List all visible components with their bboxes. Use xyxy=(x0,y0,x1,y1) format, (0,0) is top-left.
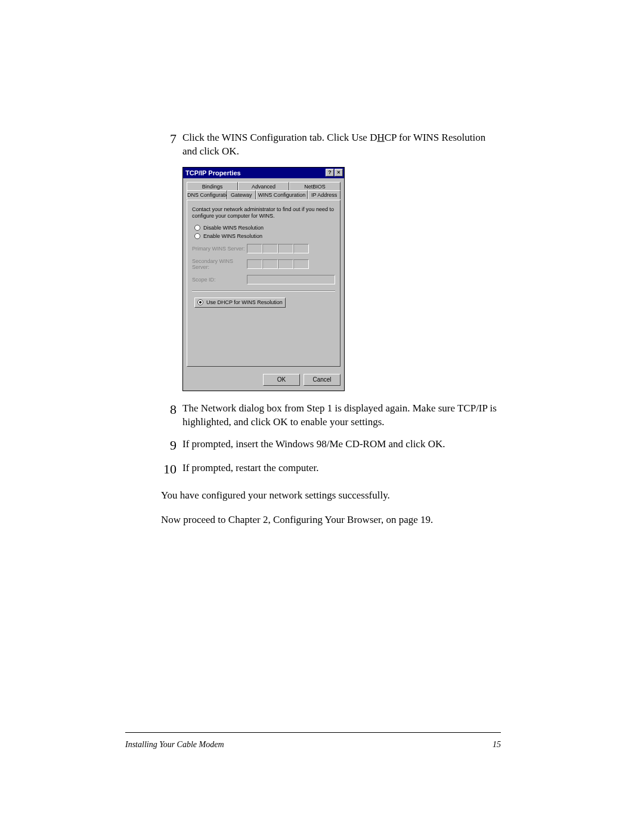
step-number: 10 xyxy=(161,462,182,477)
step-text: The Network dialog box from Step 1 is di… xyxy=(182,402,501,429)
radio-icon xyxy=(194,233,200,239)
step7-part-a: Click the WINS Configuration tab. Click … xyxy=(182,132,377,143)
secondary-wins-row: Secondary WINS Server: xyxy=(192,258,335,270)
radio-disable-wins[interactable]: Disable WINS Resolution xyxy=(194,225,335,231)
scope-id-label: Scope ID: xyxy=(192,277,247,283)
secondary-wins-label: Secondary WINS Server: xyxy=(192,258,247,270)
separator xyxy=(192,290,335,292)
tab-bindings[interactable]: Bindings xyxy=(187,182,238,191)
panel-message: Contact your network administrator to fi… xyxy=(192,206,335,219)
help-button[interactable]: ? xyxy=(326,169,334,176)
tab-netbios[interactable]: NetBIOS xyxy=(289,182,340,191)
primary-wins-input[interactable] xyxy=(247,244,309,253)
footer-section-title: Installing Your Cable Modem xyxy=(125,740,224,750)
tab-advanced[interactable]: Advanced xyxy=(238,182,289,191)
step-text: Click the WINS Configuration tab. Click … xyxy=(182,131,501,159)
radio-label: Enable WINS Resolution xyxy=(203,233,262,239)
scope-id-row: Scope ID: xyxy=(192,275,335,284)
cancel-button[interactable]: Cancel xyxy=(304,374,340,386)
tab-ip-address[interactable]: IP Address xyxy=(308,190,340,199)
step-8: 8 The Network dialog box from Step 1 is … xyxy=(161,402,501,429)
tab-gateway[interactable]: Gateway xyxy=(227,190,256,199)
dialog-button-row: OK Cancel xyxy=(183,370,344,391)
dialog-titlebar: TCP/IP Properties ? × xyxy=(183,168,344,178)
ok-button[interactable]: OK xyxy=(263,374,300,386)
step-9: 9 If prompted, insert the Windows 98/Me … xyxy=(161,438,501,453)
dialog-title: TCP/IP Properties xyxy=(185,169,325,176)
closing-paragraph-1: You have configured your network setting… xyxy=(161,488,501,503)
step-7: 7 Click the WINS Configuration tab. Clic… xyxy=(161,131,501,159)
tab-wins-configuration[interactable]: WINS Configuration xyxy=(256,190,308,199)
step-text: If prompted, restart the computer. xyxy=(182,462,501,475)
radio-icon xyxy=(194,225,200,231)
step-10: 10 If prompted, restart the computer. xyxy=(161,462,501,477)
step-number: 7 xyxy=(161,131,182,147)
closing-paragraph-2: Now proceed to Chapter 2, Configuring Yo… xyxy=(161,513,501,527)
footer-page-number: 15 xyxy=(493,740,501,750)
primary-wins-label: Primary WINS Server: xyxy=(192,246,247,252)
radio-label: Use DHCP for WINS Resolution xyxy=(206,299,283,305)
tab-dns-configuration[interactable]: DNS Configuration xyxy=(187,190,227,199)
footer-rule xyxy=(125,732,501,733)
radio-use-dhcp[interactable]: Use DHCP for WINS Resolution xyxy=(194,298,335,308)
step-number: 9 xyxy=(161,438,182,453)
tcpip-properties-dialog: TCP/IP Properties ? × Bindings Advanced … xyxy=(182,167,345,391)
primary-wins-row: Primary WINS Server: xyxy=(192,244,335,253)
tcpip-dialog-figure: TCP/IP Properties ? × Bindings Advanced … xyxy=(182,167,501,391)
step7-underline-h: H xyxy=(377,132,384,143)
tab-strip: Bindings Advanced NetBIOS DNS Configurat… xyxy=(187,182,340,200)
secondary-wins-input[interactable] xyxy=(247,259,309,269)
step-number: 8 xyxy=(161,402,182,417)
radio-label: Disable WINS Resolution xyxy=(203,225,264,231)
close-button[interactable]: × xyxy=(335,169,343,176)
radio-enable-wins[interactable]: Enable WINS Resolution xyxy=(194,233,335,239)
radio-icon xyxy=(197,299,203,305)
page-footer: Installing Your Cable Modem 15 xyxy=(125,740,501,750)
wins-tab-panel: Contact your network administrator to fi… xyxy=(187,200,340,367)
scope-id-input[interactable] xyxy=(247,275,335,284)
step-text: If prompted, insert the Windows 98/Me CD… xyxy=(182,438,501,451)
